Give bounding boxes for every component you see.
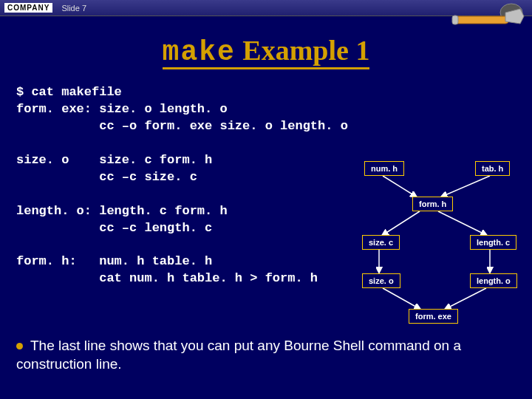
node-num-h: num. h — [364, 161, 404, 176]
node-size-o: size. o — [362, 273, 400, 288]
svg-line-5 — [383, 211, 420, 235]
dependency-diagram: num. h tab. h form. h size. c length. c … — [346, 161, 523, 331]
slide-title: make Example 1 — [0, 34, 532, 68]
node-form-exe: form. exe — [409, 309, 458, 324]
node-tab-h: tab. h — [475, 161, 510, 176]
slide-number: Slide 7 — [61, 4, 86, 13]
svg-line-10 — [446, 288, 486, 309]
title-mono: make — [163, 36, 236, 68]
svg-line-9 — [383, 288, 420, 309]
bullet-icon — [16, 343, 23, 349]
bullet-text: The last line shows that you can put any… — [16, 336, 516, 374]
wrench-icon — [446, 1, 528, 38]
title-rest: Example 1 — [242, 35, 369, 66]
logo: COMPANY — [4, 3, 52, 13]
node-length-o: length. o — [470, 273, 517, 288]
svg-rect-1 — [454, 16, 509, 24]
node-size-c: size. c — [362, 235, 400, 250]
svg-rect-2 — [452, 16, 458, 24]
svg-line-4 — [442, 176, 490, 197]
node-length-c: length. c — [470, 235, 516, 250]
svg-line-3 — [383, 176, 416, 197]
node-form-h: form. h — [412, 197, 453, 211]
svg-line-6 — [438, 211, 486, 235]
